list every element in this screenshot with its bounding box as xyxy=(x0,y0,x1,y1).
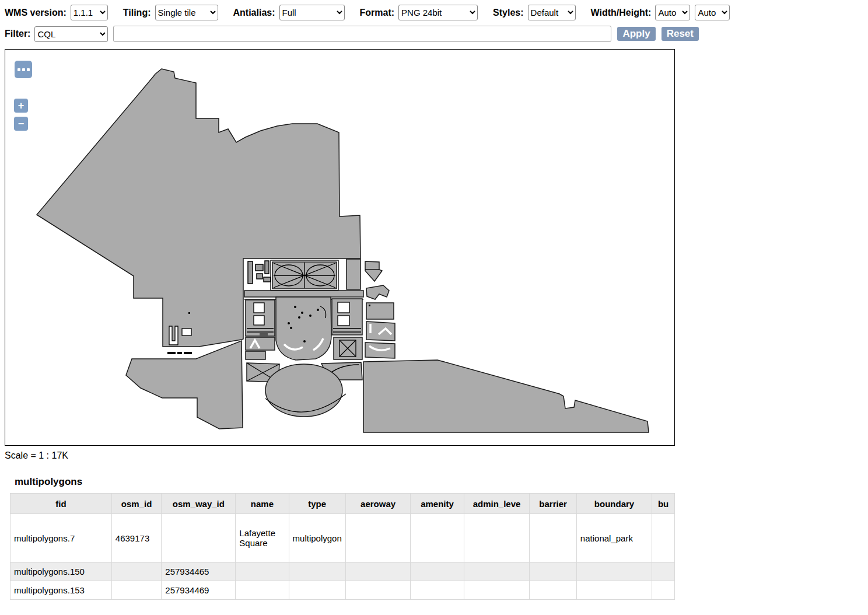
antialias-group: Antialias: Full xyxy=(233,5,345,20)
antialias-label: Antialias: xyxy=(233,8,275,18)
map-render xyxy=(5,50,674,445)
wms-version-select[interactable]: 1.1.1 xyxy=(71,5,108,20)
height-select[interactable]: Auto xyxy=(695,5,730,20)
table-row: multipolygons.7 4639173 Lafayette Square… xyxy=(10,514,675,562)
cell-osm-way-id xyxy=(162,514,236,562)
scale-indicator: Scale = 1 : 17K xyxy=(5,450,868,461)
cell-amenity xyxy=(411,514,464,562)
cell-amenity xyxy=(411,581,464,600)
cell-aeroway xyxy=(345,581,411,600)
map-block-left xyxy=(246,300,275,359)
cell-building xyxy=(652,581,675,600)
width-select[interactable]: Auto xyxy=(655,5,690,20)
cell-osm-way-id: 257934465 xyxy=(162,562,236,581)
filter-toolbar: Filter: CQL Apply Reset xyxy=(0,20,868,42)
map-parterre xyxy=(271,260,338,291)
format-group: Format: PNG 24bit xyxy=(360,5,478,20)
wms-options-toolbar: WMS version: 1.1.1 Tiling: Single tile A… xyxy=(0,0,868,20)
col-header-osm-way-id: osm_way_id xyxy=(162,494,236,514)
map-buildings-cluster xyxy=(248,261,271,284)
cell-admin-leve xyxy=(464,562,530,581)
format-select[interactable]: PNG 24bit xyxy=(398,5,478,20)
cell-fid: multipolygons.150 xyxy=(10,562,112,581)
col-header-fid: fid xyxy=(10,494,112,514)
map-parcels-east xyxy=(365,261,395,358)
tiling-label: Tiling: xyxy=(123,8,151,18)
filter-label: Filter: xyxy=(5,29,30,39)
col-header-osm-id: osm_id xyxy=(111,494,162,514)
cell-type: multipolygon xyxy=(289,514,345,562)
cell-osm-id xyxy=(111,581,162,600)
cell-name xyxy=(236,562,289,581)
width-height-label: Width/Height: xyxy=(591,8,652,18)
cell-boundary: national_park xyxy=(576,514,652,562)
map-polygon-southeast xyxy=(363,360,649,432)
cell-aeroway xyxy=(345,562,411,581)
tiling-group: Tiling: Single tile xyxy=(123,5,218,20)
cell-barrier xyxy=(530,581,576,600)
format-label: Format: xyxy=(360,8,395,18)
wms-version-label: WMS version: xyxy=(5,8,66,18)
cell-building xyxy=(652,562,675,581)
cell-type xyxy=(289,581,345,600)
feature-table-title: multipolygons xyxy=(15,476,868,488)
cell-name: Lafayette Square xyxy=(236,514,289,562)
feature-table: fid osm_id osm_way_id name type aeroway … xyxy=(10,493,675,600)
col-header-barrier: barrier xyxy=(530,494,576,514)
reset-button[interactable]: Reset xyxy=(662,27,699,41)
cell-admin-leve xyxy=(464,581,530,600)
col-header-aeroway: aeroway xyxy=(345,494,411,514)
cell-boundary xyxy=(576,562,652,581)
table-row: multipolygons.153 257934469 xyxy=(10,581,675,600)
apply-button[interactable]: Apply xyxy=(617,27,655,41)
col-header-building: bu xyxy=(652,494,675,514)
map-ellipse-plaza xyxy=(265,364,342,417)
filter-input[interactable] xyxy=(113,26,611,42)
table-header-row: fid osm_id osm_way_id name type aeroway … xyxy=(10,494,675,514)
wms-version-group: WMS version: 1.1.1 xyxy=(5,5,108,20)
ellipsis-icon xyxy=(18,68,20,71)
width-height-group: Width/Height: Auto Auto xyxy=(591,5,735,20)
cell-name xyxy=(236,581,289,600)
table-row: multipolygons.150 257934465 xyxy=(10,562,675,581)
ellipsis-icon xyxy=(27,68,30,71)
styles-group: Styles: Default xyxy=(493,5,575,20)
cell-admin-leve xyxy=(464,514,530,562)
cell-amenity xyxy=(411,562,464,581)
cell-fid: multipolygons.153 xyxy=(10,581,112,600)
feature-table-container: fid osm_id osm_way_id name type aeroway … xyxy=(10,493,675,600)
styles-select[interactable]: Default xyxy=(528,5,576,20)
tiling-select[interactable]: Single tile xyxy=(155,5,218,20)
col-header-amenity: amenity xyxy=(411,494,464,514)
filter-type-select[interactable]: CQL xyxy=(34,26,108,42)
cell-osm-id: 4639173 xyxy=(111,514,162,562)
cell-osm-id xyxy=(111,562,162,581)
col-header-name: name xyxy=(236,494,289,514)
map-block-right xyxy=(332,299,362,359)
cell-type xyxy=(289,562,345,581)
col-header-admin-leve: admin_leve xyxy=(464,494,530,514)
map-viewport[interactable]: + − xyxy=(5,49,675,446)
map-park-lawn xyxy=(276,297,331,360)
map-options-button[interactable] xyxy=(15,61,32,78)
col-header-type: type xyxy=(289,494,345,514)
ellipsis-icon xyxy=(22,68,25,71)
cell-barrier xyxy=(530,562,576,581)
cell-osm-way-id: 257934469 xyxy=(162,581,236,600)
col-header-boundary: boundary xyxy=(576,494,652,514)
cell-barrier xyxy=(530,514,576,562)
cell-building xyxy=(652,514,675,562)
cell-boundary xyxy=(576,581,652,600)
cell-fid: multipolygons.7 xyxy=(10,514,112,562)
styles-label: Styles: xyxy=(493,8,523,18)
zoom-in-button[interactable]: + xyxy=(14,99,28,113)
zoom-out-button[interactable]: − xyxy=(14,117,28,131)
cell-aeroway xyxy=(345,514,411,562)
antialias-select[interactable]: Full xyxy=(279,5,345,20)
